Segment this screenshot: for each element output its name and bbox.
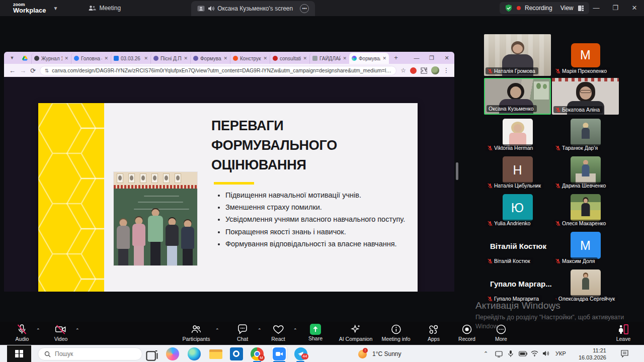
close-button[interactable]: ✕ xyxy=(626,0,643,16)
share-view-scrollbar[interactable] xyxy=(456,162,458,180)
share-button[interactable]: Share xyxy=(308,323,323,341)
tab-close-icon[interactable]: ✕ xyxy=(184,56,188,61)
participant-tile[interactable]: Viktoriia Herman xyxy=(484,118,551,153)
apps-button[interactable]: Apps xyxy=(428,323,440,342)
participant-tile[interactable]: Гупало Маргар... Гупало Маргарита xyxy=(484,268,551,304)
record-button[interactable]: Record xyxy=(458,323,475,342)
chevron-down-icon[interactable]: ▼ xyxy=(53,6,58,11)
minimize-button[interactable]: — xyxy=(588,0,605,16)
video-button[interactable]: Video xyxy=(54,323,68,342)
participant-tile[interactable]: Бокатова Аліна xyxy=(552,78,619,115)
view-button[interactable]: View xyxy=(560,5,574,12)
browser-tab[interactable]: Формувальн ✕ xyxy=(190,53,230,64)
tray-chevron-up-icon[interactable]: ⌃ xyxy=(484,350,488,357)
participant-tile[interactable]: Таранюк Дар'я xyxy=(552,118,619,153)
participant-tile[interactable]: Віталій Костюк Віталій Костюк xyxy=(484,231,551,266)
weather-icon[interactable]: ! xyxy=(358,350,367,358)
browser-close-button[interactable]: ✕ xyxy=(439,55,454,61)
cast-screen-icon[interactable] xyxy=(495,350,503,357)
tab-meeting[interactable]: Meeting xyxy=(83,0,126,16)
pinned-tab-drive[interactable] xyxy=(18,53,31,64)
telegram-badge: 44 xyxy=(301,353,308,359)
muted-mic-icon xyxy=(488,296,493,302)
search-input[interactable] xyxy=(55,350,130,357)
react-caret-icon[interactable]: ⌃ xyxy=(293,328,297,333)
language-indicator[interactable]: УКР xyxy=(555,350,566,356)
site-info-icon[interactable]: ⇅ xyxy=(45,68,49,73)
profile-avatar[interactable] xyxy=(431,66,439,74)
more-button[interactable]: More xyxy=(495,323,507,342)
leave-button[interactable]: Leave xyxy=(616,323,631,342)
file-explorer-icon[interactable] xyxy=(209,347,222,360)
restore-button[interactable]: ❐ xyxy=(607,0,624,16)
extensions-puzzle-icon[interactable] xyxy=(421,67,427,74)
notification-center-icon[interactable] xyxy=(620,349,629,358)
tab-close-icon[interactable]: ✕ xyxy=(223,56,227,61)
copilot-icon[interactable] xyxy=(166,347,179,360)
taskbar-search[interactable] xyxy=(38,347,142,360)
view-grid-icon[interactable] xyxy=(578,5,584,12)
browser-tab[interactable]: Головна – С ✕ xyxy=(71,53,111,64)
tab-close-icon[interactable]: ✕ xyxy=(343,56,347,61)
adblock-extension-icon[interactable] xyxy=(410,67,417,74)
participant-tile[interactable]: Н Наталія Цибульник xyxy=(484,155,551,191)
browser-restore-button[interactable]: ❐ xyxy=(424,55,439,61)
tab-close-icon[interactable]: ✕ xyxy=(104,56,108,61)
participant-tile[interactable]: Дарина Шевченко xyxy=(552,155,619,191)
meeting-info-button[interactable]: Meeting info xyxy=(381,323,410,342)
participant-tile[interactable]: Олеся Макаренко xyxy=(552,193,619,228)
outlook-icon[interactable] xyxy=(230,347,243,360)
gallery-scroll-down-icon[interactable]: ⌄ xyxy=(550,305,555,312)
wifi-icon[interactable] xyxy=(531,350,538,356)
tray-mic-icon[interactable] xyxy=(508,350,514,357)
tab-close-icon[interactable]: ✕ xyxy=(64,56,68,61)
tab-close-icon[interactable]: ✕ xyxy=(303,56,307,61)
tab-close-icon[interactable]: ✕ xyxy=(263,56,267,61)
participant-tile[interactable]: М Максим Доля xyxy=(552,231,619,266)
browser-minimize-button[interactable]: — xyxy=(409,55,424,61)
forward-icon[interactable]: → xyxy=(20,67,26,74)
participant-tile[interactable]: М Марія Прокопенко xyxy=(552,34,619,76)
participant-tile[interactable]: Ю Yulia Andrienko xyxy=(484,193,551,228)
clock[interactable]: 11:21 16.03.2026 xyxy=(575,347,606,361)
browser-tab[interactable]: 03.03.26 Бе ✕ xyxy=(111,53,150,64)
react-button[interactable]: React xyxy=(271,323,285,342)
start-button[interactable] xyxy=(7,345,31,362)
zoom-app-icon[interactable] xyxy=(273,347,286,360)
browser-tab[interactable]: ГАЙДЛАЙН ✕ xyxy=(309,53,349,64)
ai-companion-button[interactable]: AI Companion xyxy=(339,323,373,342)
volume-icon[interactable] xyxy=(542,350,549,356)
new-tab-button[interactable]: + xyxy=(391,53,401,63)
chat-caret-icon[interactable]: ⌃ xyxy=(258,328,262,333)
browser-tab[interactable]: consultation ✕ xyxy=(270,53,309,64)
tab-options-ellipsis-icon[interactable]: ••• xyxy=(300,4,309,13)
refresh-icon[interactable]: ⟳ xyxy=(30,67,36,74)
chrome-icon[interactable]: M xyxy=(251,347,264,360)
bookmark-star-icon[interactable]: ☆ xyxy=(400,67,406,74)
participant-tile[interactable]: Наталія Громова xyxy=(484,34,551,76)
audio-button[interactable]: Audio xyxy=(16,323,29,342)
task-view-icon[interactable] xyxy=(146,349,159,362)
tab-close-icon[interactable]: ✕ xyxy=(382,56,386,61)
weather-text[interactable]: 1°C Sunny xyxy=(372,350,401,357)
browser-tab[interactable]: Конструкто ✕ xyxy=(230,53,270,64)
participant-tile-active-speaker[interactable]: Оксана Кузьменко xyxy=(484,78,551,115)
edge-icon[interactable] xyxy=(188,347,201,360)
video-options-caret-icon[interactable]: ⌃ xyxy=(75,328,79,333)
browser-tab-active[interactable]: Формувальн ✕ xyxy=(349,53,389,64)
tab-search-chevron-icon[interactable]: ▼ xyxy=(7,53,17,63)
telegram-icon[interactable]: 44 xyxy=(294,347,307,360)
chat-button[interactable]: Chat xyxy=(236,323,249,342)
browser-tab[interactable]: Журнал 11 ✕ xyxy=(31,53,71,64)
tab-shared-screen[interactable]: Оксана Кузьменко's screen ••• xyxy=(191,1,315,16)
audio-options-caret-icon[interactable]: ⌃ xyxy=(36,328,40,333)
address-bar[interactable]: ⇅ canva.com/design/DAG9R-lYNZw/zRCIS76im… xyxy=(40,66,396,75)
browser-menu-kebab-icon[interactable]: ⋮ xyxy=(443,67,449,74)
battery-icon[interactable] xyxy=(519,351,527,356)
back-icon[interactable]: ← xyxy=(9,67,16,74)
browser-tab[interactable]: Пісні Д.Пав ✕ xyxy=(150,53,190,64)
participants-button[interactable]: Participants xyxy=(183,323,210,342)
tab-close-icon[interactable]: ✕ xyxy=(144,56,148,61)
participant-tile[interactable]: Олександра Сергейчук xyxy=(552,268,619,304)
participants-caret-icon[interactable]: ⌃ xyxy=(215,328,219,333)
